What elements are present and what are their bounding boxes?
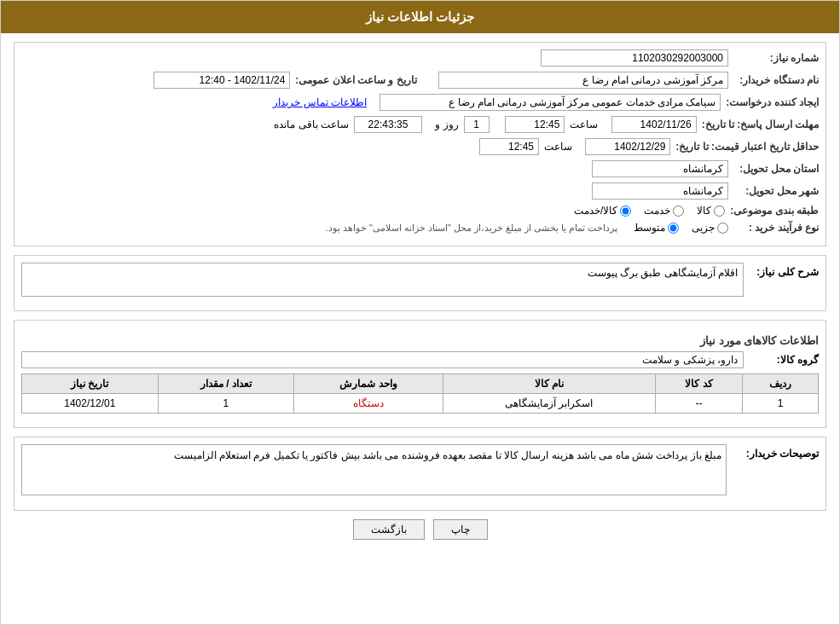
- nam-dastgah-row: نام دستگاه خریدار: مرکز آموزشی درمانی ام…: [21, 72, 819, 89]
- ostan-row: استان محل تحویل: کرمانشاه: [21, 160, 819, 177]
- col-radif: ردیف: [742, 374, 818, 394]
- farayand-desc: پرداخت تمام یا بخشی از مبلغ خرید،از محل …: [326, 223, 618, 234]
- mohlat-row: مهلت ارسال پاسخ: تا تاریخ: 1402/11/26 سا…: [21, 116, 819, 133]
- shahr-label: شهر محل تحویل:: [733, 185, 819, 197]
- tabaqe-kala-khadamat-option[interactable]: کالا/خدمت: [574, 205, 631, 217]
- tabaqe-kala-khadamat-label: کالا/خدمت: [574, 205, 617, 217]
- farayand-jozi-radio[interactable]: [717, 223, 728, 234]
- cell-vahed[interactable]: دستگاه: [294, 394, 443, 414]
- tabaqe-kala-khadamat-radio[interactable]: [620, 205, 631, 217]
- shahr-row: شهر محل تحویل: کرمانشاه: [21, 182, 819, 200]
- goods-section: اطلاعات کالاهای مورد نیاز گروه کالا: دار…: [14, 320, 826, 428]
- mohlat-date: 1402/11/26: [611, 116, 697, 133]
- hadaqal-date: 1402/12/29: [585, 138, 670, 155]
- hadaqal-label: حداقل تاریخ اعتبار قیمت: تا تاریخ:: [675, 141, 819, 153]
- tabaqe-options: کالا خدمت کالا/خدمت: [574, 205, 725, 217]
- ostan-label: استان محل تحویل:: [733, 163, 819, 175]
- ijad-konande-label: ایجاد کننده درخواست:: [726, 96, 819, 108]
- page-header: جزئیات اطلاعات نیاز: [1, 1, 839, 33]
- tarikh-value: 1402/11/24 - 12:40: [154, 72, 290, 89]
- goods-title: اطلاعات کالاهای مورد نیاز: [21, 334, 819, 347]
- table-row: 1 -- اسکرابر آزمایشگاهی دستگاه 1 1402/12…: [22, 394, 819, 414]
- cell-radif: 1: [742, 394, 818, 414]
- shahr-value: کرمانشاه: [592, 182, 728, 200]
- table-header-row: ردیف کد کالا نام کالا واحد شمارش تعداد /…: [22, 374, 819, 394]
- shomare-niaz-value: 1102030292003000: [541, 49, 728, 67]
- goods-table: ردیف کد کالا نام کالا واحد شمارش تعداد /…: [21, 373, 819, 414]
- description-label: توصیحات خریدار:: [733, 448, 819, 460]
- goroh-value: دارو، پزشکی و سلامت: [21, 351, 744, 368]
- mohlat-saat: 12:45: [505, 116, 565, 133]
- col-vahed: واحد شمارش: [294, 374, 443, 394]
- shomare-niaz-label: شماره نیاز:: [733, 52, 819, 64]
- tabaqe-kala-label: کالا: [697, 205, 711, 217]
- mohlat-roz-label: روز و: [435, 119, 458, 130]
- col-tedad: تعداد / مقدار: [158, 374, 293, 394]
- nam-dastgah-value: مرکز آموزشی درمانی امام رضا ع: [438, 72, 728, 89]
- col-tarikh: تاریخ نیاز: [22, 374, 159, 394]
- button-row: چاپ بازگشت: [14, 519, 826, 548]
- sharh-value: اقلام آزمایشگاهی طبق برگ پیوست: [21, 263, 744, 297]
- hadaqal-saat: 12:45: [479, 138, 539, 155]
- farayand-jozi-label: جزیی: [692, 222, 715, 234]
- tabaqe-khadamat-option[interactable]: خدمت: [644, 205, 684, 217]
- back-button[interactable]: بازگشت: [353, 519, 425, 540]
- nam-dastgah-label: نام دستگاه خریدار:: [733, 74, 819, 86]
- hadaqal-row: حداقل تاریخ اعتبار قیمت: تا تاریخ: 1402/…: [21, 138, 819, 155]
- description-textarea[interactable]: مبلغ باز پرداخت شش ماه می باشد هزینه ارس…: [21, 444, 727, 495]
- noe-farayand-label: نوع فرآیند خرید :: [733, 222, 819, 234]
- ijad-konande-value: سیامک مرادی خدمات عمومی مرکز آموزشی درما…: [379, 94, 721, 111]
- cell-kod: --: [655, 394, 742, 414]
- cell-tarikh: 1402/12/01: [22, 394, 159, 414]
- mohlat-roz: 1: [464, 116, 490, 133]
- goroh-row: گروه کالا: دارو، پزشکی و سلامت: [21, 351, 819, 368]
- cell-naam: اسکرابر آزمایشگاهی: [443, 394, 655, 414]
- hadaqal-saat-label: ساعت: [544, 141, 572, 153]
- farayand-motavasat-option[interactable]: متوسط: [634, 222, 679, 234]
- goroh-label: گروه کالا:: [750, 354, 819, 366]
- noe-farayand-options: جزیی متوسط: [634, 222, 728, 234]
- tabaqe-label: طبقه بندی موضوعی:: [730, 205, 819, 217]
- col-kod: کد کالا: [655, 374, 742, 394]
- page-title: جزئیات اطلاعات نیاز: [366, 9, 474, 24]
- description-section: توصیحات خریدار: مبلغ باز پرداخت شش ماه م…: [14, 437, 826, 511]
- mohlat-mande-label: ساعت باقی مانده: [274, 119, 349, 130]
- sharh-section: شرح کلی نیاز: اقلام آزمایشگاهی طبق برگ پ…: [14, 255, 826, 311]
- tabaqe-khadamat-label: خدمت: [644, 205, 670, 217]
- farayand-motavasat-radio[interactable]: [668, 223, 679, 234]
- ittemas-tamas-link[interactable]: اطلاعات تماس خریدار: [273, 96, 367, 108]
- tabaqe-khadamat-radio[interactable]: [673, 205, 684, 217]
- col-naam: نام کالا: [443, 374, 655, 394]
- noe-farayand-row: نوع فرآیند خرید : جزیی متوسط پرداخت تمام…: [21, 222, 819, 234]
- description-row: توصیحات خریدار: مبلغ باز پرداخت شش ماه م…: [21, 444, 819, 498]
- sharh-row: شرح کلی نیاز: اقلام آزمایشگاهی طبق برگ پ…: [21, 263, 819, 297]
- mohlat-label: مهلت ارسال پاسخ: تا تاریخ:: [702, 119, 819, 130]
- farayand-motavasat-label: متوسط: [634, 222, 665, 234]
- ijad-konande-row: ایجاد کننده درخواست: سیامک مرادی خدمات ع…: [21, 94, 819, 111]
- mohlat-timer: 22:43:35: [354, 116, 422, 133]
- sharh-label: شرح کلی نیاز:: [750, 266, 819, 278]
- ostan-value: کرمانشاه: [592, 160, 728, 177]
- tabaqe-kala-option[interactable]: کالا: [697, 205, 725, 217]
- info-section: شماره نیاز: 1102030292003000 نام دستگاه …: [14, 42, 826, 246]
- shomare-niaz-row: شماره نیاز: 1102030292003000: [21, 49, 819, 67]
- print-button[interactable]: چاپ: [433, 519, 488, 540]
- mohlat-saat-label: ساعت: [570, 119, 598, 130]
- farayand-jozi-option[interactable]: جزیی: [692, 222, 728, 234]
- tabaqe-kala-radio[interactable]: [714, 205, 725, 217]
- tabaqe-row: طبقه بندی موضوعی: کالا خدمت کالا/خدمت: [21, 205, 819, 217]
- tarikh-label: تاریخ و ساعت اعلان عمومی:: [295, 74, 416, 86]
- cell-tedad: 1: [158, 394, 293, 414]
- description-content: مبلغ باز پرداخت شش ماه می باشد هزینه ارس…: [21, 444, 727, 498]
